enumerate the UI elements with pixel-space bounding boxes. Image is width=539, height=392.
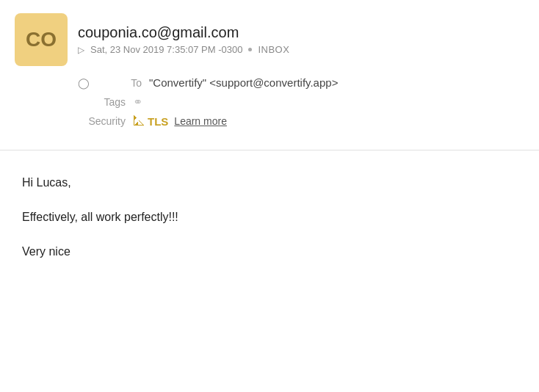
sender-meta: ▷ Sat, 23 Nov 2019 7:35:07 PM -0300 INBO…	[78, 44, 289, 55]
sender-email: couponia.co@gmail.com	[78, 24, 289, 41]
avatar: CO	[15, 13, 68, 66]
sender-info: couponia.co@gmail.com ▷ Sat, 23 Nov 2019…	[78, 24, 289, 55]
body-line-1: Hi Lucas,	[22, 173, 517, 192]
tls-label: TLS	[148, 115, 168, 128]
body-line-2: Effectively, all work perfectly!!!	[22, 207, 517, 227]
email-body: Hi Lucas, Effectively, all work perfectl…	[0, 150, 539, 291]
tags-label: Tags	[78, 96, 126, 108]
security-label: Security	[78, 115, 126, 127]
email-header: CO couponia.co@gmail.com ▷ Sat, 23 Nov 2…	[0, 0, 539, 139]
to-row: ◯ To "Convertify" <support@convertify.ap…	[78, 73, 524, 92]
to-label: To	[94, 77, 142, 89]
security-row: Security ⛡ TLS Learn more	[78, 112, 524, 131]
inbox-badge: INBOX	[258, 44, 289, 55]
learn-more-link[interactable]: Learn more	[174, 115, 227, 127]
shield-icon: ⛡	[133, 115, 145, 128]
chevron-down-icon[interactable]: ◯	[78, 77, 90, 89]
to-value: "Convertify" <support@convertify.app>	[149, 76, 338, 89]
meta-rows: ◯ To "Convertify" <support@convertify.ap…	[15, 73, 524, 131]
tag-icon[interactable]: ⚭	[133, 95, 142, 109]
dot-separator	[248, 48, 252, 51]
body-line-3: Very nice	[22, 242, 517, 261]
tags-row: Tags ⚭	[78, 92, 524, 112]
sender-row: CO couponia.co@gmail.com ▷ Sat, 23 Nov 2…	[15, 13, 524, 66]
date-text: Sat, 23 Nov 2019 7:35:07 PM -0300	[90, 44, 242, 55]
flag-icon: ▷	[78, 45, 84, 55]
avatar-initials: CO	[26, 28, 57, 51]
